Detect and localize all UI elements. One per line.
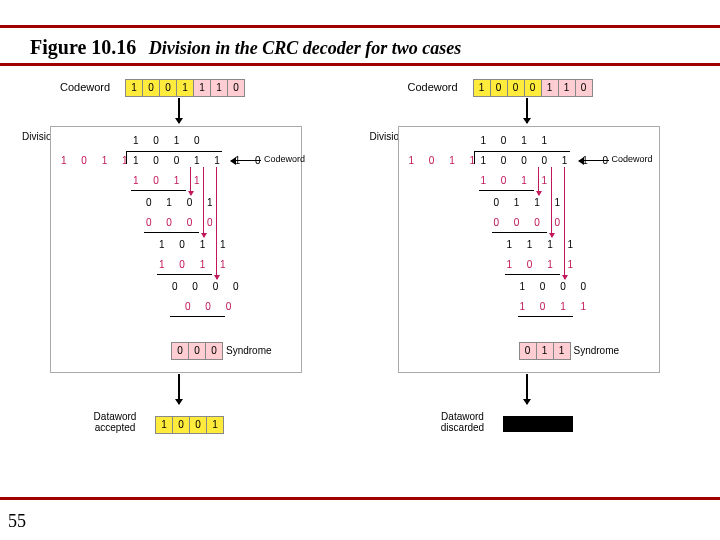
bring-down-arrow-icon [216, 167, 217, 279]
step2: 0 1 1 1 [494, 197, 567, 208]
bring-down-arrow-icon [551, 167, 552, 237]
codeword-bits: 1 0 0 0 1 1 0 [473, 79, 593, 97]
bottom-rule [0, 497, 720, 500]
rule [131, 190, 186, 191]
step5: 1 0 1 1 [159, 259, 232, 270]
syndrome-label: Syndrome [574, 345, 620, 356]
result-text: Dataword accepted [80, 411, 150, 433]
step5: 1 0 1 1 [507, 259, 580, 270]
syndrome-bits: 0 0 0 [171, 342, 223, 360]
codeword-label: Codeword [60, 81, 110, 93]
codeword-label: Codeword [408, 81, 458, 93]
figure-header: Figure 10.16 Division in the CRC decoder… [0, 28, 720, 63]
figure-title: Division in the CRC decoder for two case… [149, 38, 462, 58]
arrow-down-icon [526, 374, 528, 404]
bring-down-arrow-icon [203, 167, 204, 237]
rule [479, 190, 534, 191]
bring-down-arrow-icon [190, 167, 191, 195]
division-box: 1 0 1 0 1 0 1 1 1 0 0 1 1 1 0 Codeword 1… [50, 126, 302, 373]
division-box: 1 0 1 1 1 0 1 1 1 0 0 0 1 1 0 Codeword 1… [398, 126, 660, 373]
step7: 1 0 1 1 [520, 301, 593, 312]
step1: 1 0 1 1 [481, 175, 554, 186]
page-number: 55 [8, 511, 26, 532]
rule [157, 274, 212, 275]
step3: 0 0 0 0 [494, 217, 567, 228]
rule [144, 232, 199, 233]
right-panel: Codeword 1 0 0 0 1 1 0 Division 1 0 1 1 … [368, 76, 701, 486]
figure-number: Figure 10.16 [30, 36, 136, 58]
cw-label: Codeword [612, 154, 653, 164]
step1: 1 0 1 1 [133, 175, 206, 186]
step6: 1 0 0 0 [520, 281, 593, 292]
left-panel: Codeword 1 0 0 1 1 1 0 Division 1 0 1 0 … [20, 76, 353, 486]
step2: 0 1 0 1 [146, 197, 219, 208]
step7: 0 0 0 [185, 301, 237, 312]
step4: 1 1 1 1 [507, 239, 580, 250]
cw-label: Codeword [264, 154, 305, 164]
step6: 0 0 0 0 [172, 281, 245, 292]
discarded-box [503, 416, 573, 432]
quotient: 1 0 1 0 [133, 135, 206, 146]
step4: 1 0 1 1 [159, 239, 232, 250]
bring-down-arrow-icon [538, 167, 539, 195]
arrow-down-icon [178, 374, 180, 404]
dataword-bits: 1 0 0 1 [155, 416, 224, 434]
rule [492, 232, 547, 233]
codeword-bits: 1 0 0 1 1 1 0 [125, 79, 245, 97]
step3: 0 0 0 0 [146, 217, 219, 228]
codeword-arrow-icon [579, 160, 609, 161]
syndrome-label: Syndrome [226, 345, 272, 356]
rule [170, 316, 225, 317]
rule [505, 274, 560, 275]
divisor: 1 0 1 1 [409, 155, 482, 166]
bring-down-arrow-icon [564, 167, 565, 279]
result-text: Dataword discarded [428, 411, 498, 433]
syndrome-bits: 0 1 1 [519, 342, 571, 360]
diagram-content: Codeword 1 0 0 1 1 1 0 Division 1 0 1 0 … [0, 66, 720, 486]
rule [518, 316, 573, 317]
quotient: 1 0 1 1 [481, 135, 554, 146]
arrow-down-icon [178, 98, 180, 123]
arrow-down-icon [526, 98, 528, 123]
codeword-arrow-icon [231, 160, 261, 161]
divisor: 1 0 1 1 [61, 155, 134, 166]
